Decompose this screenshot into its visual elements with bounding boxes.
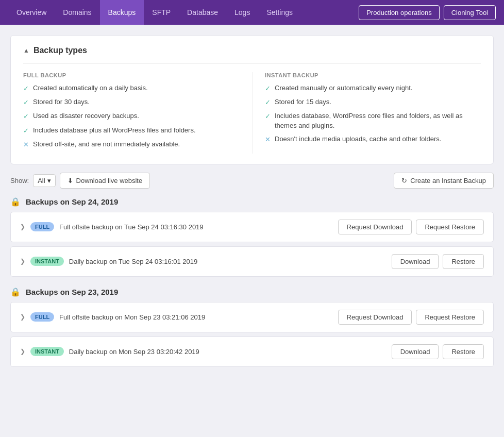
expand-icon[interactable]: ❯ — [20, 313, 25, 321]
backup-description: Daily backup on Mon Sep 23 03:20:42 2019 — [69, 348, 199, 356]
nav-items: OverviewDomainsBackupsSFTPDatabaseLogsSe… — [8, 0, 359, 25]
backup-group-header: 🔒Backups on Sep 23, 2019 — [10, 287, 494, 297]
full-backup-label: FULL BACKUP — [23, 72, 240, 78]
feature-text: Used as disaster recovery backups. — [33, 111, 139, 121]
nav-item-database[interactable]: Database — [179, 0, 226, 25]
feature-text: Includes database, WordPress core files … — [275, 111, 481, 130]
restore-button[interactable]: Restore — [443, 344, 484, 359]
download-live-label: Download live website — [76, 177, 143, 184]
production-operations-button[interactable]: Production operations — [359, 5, 439, 20]
backup-item: ❯FULLFull offsite backup on Tue Sep 24 0… — [10, 212, 494, 242]
request-download-button[interactable]: Request Download — [338, 220, 412, 234]
backup-item-actions: DownloadRestore — [392, 344, 484, 359]
top-navigation: OverviewDomainsBackupsSFTPDatabaseLogsSe… — [0, 0, 504, 25]
request-restore-button[interactable]: Request Restore — [416, 310, 484, 325]
instant-backup-label: INSTANT BACKUP — [265, 72, 481, 78]
check-icon: ✓ — [23, 112, 29, 121]
nav-item-sftp[interactable]: SFTP — [144, 0, 179, 25]
backup-item: ❯INSTANTDaily backup on Tue Sep 24 03:16… — [10, 246, 494, 277]
feature-item: ✓Includes database plus all WordPress fi… — [23, 126, 240, 136]
backup-types-grid: FULL BACKUP ✓Created automatically on a … — [23, 63, 481, 154]
nav-item-settings[interactable]: Settings — [258, 0, 301, 25]
backup-group: 🔒Backups on Sep 24, 2019❯FULLFull offsit… — [10, 197, 494, 277]
download-live-button[interactable]: ⬇ Download live website — [60, 173, 150, 189]
feature-text: Created automatically on a daily basis. — [33, 83, 148, 93]
expand-icon[interactable]: ❯ — [20, 348, 25, 355]
backup-item-actions: DownloadRestore — [392, 254, 484, 269]
request-download-button[interactable]: Request Download — [338, 310, 412, 325]
show-label: Show: — [10, 177, 29, 184]
backup-item-left: ❯INSTANTDaily backup on Mon Sep 23 03:20… — [20, 347, 199, 356]
feature-item: ✓Used as disaster recovery backups. — [23, 111, 240, 121]
feature-item: ✕Stored off-site, and are not immediatel… — [23, 140, 240, 149]
check-icon: ✓ — [23, 98, 29, 107]
backup-item-actions: Request DownloadRequest Restore — [338, 220, 484, 234]
lock-icon: 🔒 — [10, 197, 21, 207]
backup-item-left: ❯INSTANTDaily backup on Tue Sep 24 03:16… — [20, 257, 197, 266]
feature-item: ✓Includes database, WordPress core files… — [265, 111, 481, 130]
backup-item-left: ❯FULLFull offsite backup on Mon Sep 23 0… — [20, 312, 205, 322]
check-icon: ✓ — [265, 112, 271, 121]
expand-icon[interactable]: ❯ — [20, 258, 25, 265]
feature-item: ✓Stored for 15 days. — [265, 97, 481, 107]
download-button[interactable]: Download — [392, 344, 439, 359]
backup-description: Daily backup on Tue Sep 24 03:16:01 2019 — [69, 258, 197, 265]
feature-text: Stored for 30 days. — [33, 97, 90, 107]
backup-groups-container: 🔒Backups on Sep 24, 2019❯FULLFull offsit… — [10, 197, 494, 367]
check-icon: ✓ — [265, 98, 271, 107]
restore-button[interactable]: Restore — [443, 254, 484, 269]
create-instant-label: Create an Instant Backup — [410, 177, 486, 184]
nav-item-backups[interactable]: Backups — [100, 0, 144, 25]
feature-item: ✓Stored for 30 days. — [23, 97, 240, 107]
feature-text: Stored for 15 days. — [275, 97, 331, 107]
x-icon: ✕ — [265, 135, 271, 144]
backup-group-title: Backups on Sep 23, 2019 — [26, 288, 118, 296]
backup-description: Full offsite backup on Tue Sep 24 03:16:… — [59, 223, 203, 231]
nav-item-domains[interactable]: Domains — [55, 0, 99, 25]
backup-group-title: Backups on Sep 24, 2019 — [26, 197, 118, 206]
expand-icon[interactable]: ❯ — [20, 223, 25, 230]
backup-item: ❯INSTANTDaily backup on Mon Sep 23 03:20… — [10, 337, 494, 367]
backup-group: 🔒Backups on Sep 23, 2019❯FULLFull offsit… — [10, 287, 494, 367]
cloning-tool-button[interactable]: Cloning Tool — [444, 5, 496, 20]
create-instant-backup-button[interactable]: ↻ Create an Instant Backup — [394, 173, 494, 189]
backup-item-left: ❯FULLFull offsite backup on Tue Sep 24 0… — [20, 222, 204, 231]
full-badge: FULL — [30, 222, 54, 231]
nav-item-logs[interactable]: Logs — [226, 0, 258, 25]
chevron-icon: ▲ — [23, 47, 29, 54]
feature-item: ✓Created automatically on a daily basis. — [23, 83, 240, 93]
full-badge: FULL — [30, 312, 54, 322]
backup-group-header: 🔒Backups on Sep 24, 2019 — [10, 197, 494, 207]
check-icon: ✓ — [23, 84, 29, 93]
backup-types-card: ▲ Backup types FULL BACKUP ✓Created auto… — [10, 35, 494, 164]
nav-item-overview[interactable]: Overview — [8, 0, 55, 25]
refresh-icon: ↻ — [401, 177, 407, 184]
show-filter-value: All — [38, 177, 45, 184]
instant-badge: INSTANT — [30, 257, 64, 266]
instant-backup-features: ✓Created manually or automatically every… — [265, 83, 481, 144]
download-icon: ⬇ — [68, 177, 73, 184]
chevron-down-icon: ▾ — [47, 177, 51, 184]
lock-icon: 🔒 — [10, 287, 21, 297]
backup-item-actions: Request DownloadRequest Restore — [338, 310, 484, 325]
check-icon: ✓ — [265, 84, 271, 93]
backup-types-title: ▲ Backup types — [23, 46, 481, 55]
request-restore-button[interactable]: Request Restore — [416, 220, 484, 234]
x-icon: ✕ — [23, 140, 29, 149]
filter-left: Show: All ▾ ⬇ Download live website — [10, 173, 150, 189]
full-backup-features: ✓Created automatically on a daily basis.… — [23, 83, 240, 149]
feature-item: ✓Created manually or automatically every… — [265, 83, 481, 93]
instant-backup-col: INSTANT BACKUP ✓Created manually or auto… — [252, 72, 481, 154]
download-button[interactable]: Download — [392, 254, 439, 269]
show-filter-select[interactable]: All ▾ — [33, 174, 55, 187]
full-backup-col: FULL BACKUP ✓Created automatically on a … — [23, 72, 252, 154]
feature-text: Stored off-site, and are not immediately… — [33, 140, 180, 149]
main-content: ▲ Backup types FULL BACKUP ✓Created auto… — [0, 25, 504, 388]
backup-description: Full offsite backup on Mon Sep 23 03:21:… — [59, 313, 205, 321]
feature-text: Created manually or automatically every … — [275, 83, 412, 93]
instant-badge: INSTANT — [30, 347, 64, 356]
feature-text: Includes database plus all WordPress fil… — [33, 126, 196, 135]
filter-bar: Show: All ▾ ⬇ Download live website ↻ Cr… — [10, 173, 494, 189]
backup-item: ❯FULLFull offsite backup on Mon Sep 23 0… — [10, 302, 494, 332]
check-icon: ✓ — [23, 126, 29, 136]
